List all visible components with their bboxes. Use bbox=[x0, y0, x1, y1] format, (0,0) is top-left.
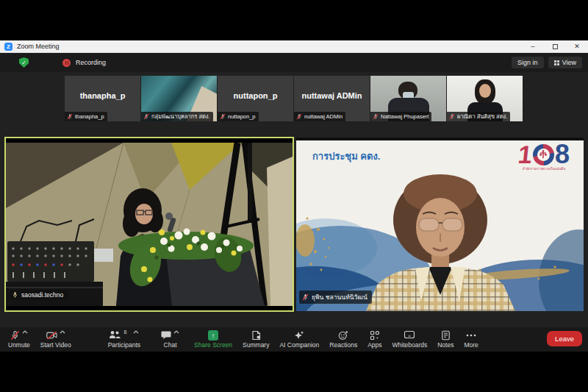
mic-muted-icon bbox=[143, 113, 149, 120]
thumbnail-hr-group[interactable]: กลุ่มพัฒนาบุคลากร สตง. bbox=[141, 76, 217, 121]
camera-off-icon bbox=[46, 330, 57, 341]
minimize-button[interactable]: – bbox=[522, 40, 544, 52]
thumbnail-nuttapon[interactable]: nuttapon_p nuttapon_p bbox=[218, 76, 293, 121]
name-tag: ผาณิดา สันติสุข สตง. bbox=[447, 112, 510, 121]
name-tag: nuttapon_p bbox=[218, 112, 259, 121]
participant-name-text: thanapha_p bbox=[65, 76, 140, 115]
chat-button[interactable]: Chat bbox=[156, 327, 184, 352]
meeting-header: ✓ Recording Sign in View bbox=[0, 53, 588, 72]
mic-muted-icon bbox=[373, 113, 379, 120]
start-video-button[interactable]: Start Video bbox=[35, 327, 76, 352]
restore-icon bbox=[553, 44, 558, 49]
name-tag-label: ยุพิน ชลานนท์นิวัฒน์ bbox=[312, 292, 368, 302]
participants-label: Participants bbox=[108, 341, 140, 349]
main-video-speaker-podium[interactable]: saosadi.techno bbox=[4, 137, 294, 312]
thumbnail-nuttawaj-admin[interactable]: nuttawaj ADMin nuttawaj ADMin bbox=[294, 76, 370, 121]
thumbnail-thanapha[interactable]: thanapha_p thanapha_p bbox=[65, 76, 140, 121]
window-controls: – ✕ bbox=[522, 40, 588, 52]
participant-name-text: nuttawaj ADMin bbox=[294, 76, 370, 115]
participants-count-badge: 8 bbox=[123, 329, 126, 335]
logo-digit-0-emblem bbox=[533, 144, 554, 165]
mic-active-icon bbox=[12, 291, 18, 299]
ai-companion-label: AI Companion bbox=[279, 341, 319, 349]
chat-bubble-icon bbox=[161, 330, 171, 340]
reactions-button[interactable]: Reactions bbox=[324, 327, 362, 352]
mic-muted-icon bbox=[302, 293, 309, 301]
summary-button[interactable]: Summary bbox=[237, 327, 274, 352]
zoom-window: Z Zoom Meeting – ✕ ✓ Recording Sign in V… bbox=[0, 40, 588, 352]
ai-companion-button[interactable]: AI Companion bbox=[274, 327, 324, 352]
chevron-up-icon[interactable] bbox=[22, 330, 28, 334]
share-screen-icon: ↑ bbox=[208, 330, 218, 341]
sign-in-button[interactable]: Sign in bbox=[512, 57, 544, 68]
leave-button[interactable]: Leave bbox=[547, 331, 582, 346]
summary-label: Summary bbox=[243, 341, 269, 349]
anniversary-108-logo: 1 8 สำนักงานการตรวจเงินแผ่นดิน bbox=[512, 143, 576, 171]
zoom-app-icon: Z bbox=[4, 43, 12, 51]
share-screen-label: Share Screen bbox=[194, 341, 232, 349]
mic-muted-icon bbox=[220, 113, 226, 120]
person-face bbox=[479, 84, 491, 98]
name-tag-label: nuttawaj ADMin bbox=[304, 113, 343, 121]
chevron-up-icon[interactable] bbox=[173, 330, 179, 334]
share-screen-button[interactable]: ↑ Share Screen bbox=[189, 327, 237, 352]
ai-sparkle-icon bbox=[294, 330, 304, 341]
video-top-edge bbox=[296, 138, 584, 140]
view-label: View bbox=[562, 59, 576, 66]
name-tag-label: nuttapon_p bbox=[228, 113, 256, 121]
logo-digit-8: 8 bbox=[555, 143, 570, 165]
name-tag: saosadi.techno bbox=[9, 290, 68, 300]
whiteboards-button[interactable]: Whiteboards bbox=[387, 327, 433, 352]
participant-name-text: nuttapon_p bbox=[218, 76, 293, 115]
notes-label: Notes bbox=[437, 341, 453, 349]
meeting-toolbar: Unmute Start Video 8 Participants Chat bbox=[0, 327, 588, 352]
view-button[interactable]: View bbox=[548, 57, 582, 68]
apps-icon bbox=[370, 330, 380, 341]
mic-muted-icon bbox=[296, 113, 302, 120]
name-tag-label: thanapha_p bbox=[75, 113, 104, 121]
mic-muted-icon bbox=[67, 113, 73, 120]
name-tag: Nattawaj Phupasert bbox=[370, 112, 431, 121]
more-button[interactable]: More bbox=[459, 327, 483, 352]
grid-view-icon bbox=[554, 60, 559, 65]
mic-muted-icon bbox=[10, 330, 20, 341]
reactions-label: Reactions bbox=[329, 341, 357, 349]
thumbnail-nattawaj[interactable]: Nattawaj Phupasert bbox=[370, 76, 446, 121]
name-tag-label: ผาณิดา สันติสุข สตง. bbox=[457, 113, 507, 121]
name-tag: กลุ่มพัฒนาบุคลากร สตง. bbox=[141, 112, 213, 121]
notes-button[interactable]: Notes bbox=[432, 327, 459, 352]
summary-doc-icon bbox=[251, 330, 261, 341]
name-tag-label: saosadi.techno bbox=[21, 291, 63, 299]
meeting-overlay-title: การประชุม คตง. bbox=[312, 149, 380, 164]
maximize-button[interactable] bbox=[544, 40, 566, 52]
logo-digit-1: 1 bbox=[517, 143, 533, 165]
chevron-up-icon[interactable] bbox=[133, 330, 139, 334]
thumbnail-manida[interactable]: ผาณิดา สันติสุข สตง. bbox=[447, 76, 523, 121]
unmute-label: Unmute bbox=[8, 341, 30, 349]
mic-muted-icon bbox=[449, 113, 455, 120]
more-label: More bbox=[464, 341, 478, 349]
reactions-smiley-icon bbox=[338, 330, 348, 341]
main-video-yupin[interactable]: การประชุม คตง. 1 8 bbox=[296, 138, 584, 311]
security-shield-icon[interactable]: ✓ bbox=[19, 57, 29, 68]
apps-button[interactable]: Apps bbox=[362, 327, 387, 352]
participants-button[interactable]: 8 Participants bbox=[103, 327, 146, 352]
name-tag: ยุพิน ชลานนท์นิวัฒน์ bbox=[299, 291, 372, 304]
close-button[interactable]: ✕ bbox=[566, 40, 588, 52]
state-audit-emblem-icon bbox=[539, 150, 547, 159]
recording-label: Recording bbox=[76, 59, 106, 66]
apps-label: Apps bbox=[368, 341, 381, 349]
name-tag: nuttawaj ADMin bbox=[294, 112, 345, 121]
name-tag: thanapha_p bbox=[65, 112, 107, 121]
unmute-button[interactable]: Unmute bbox=[3, 327, 35, 352]
podium-video-scene bbox=[6, 138, 293, 310]
more-ellipsis-icon bbox=[465, 330, 477, 341]
start-video-label: Start Video bbox=[40, 341, 71, 349]
participant-thumbnail-strip: thanapha_p thanapha_p กลุ่มพัฒนาบุคลากร … bbox=[65, 76, 523, 121]
whiteboard-icon bbox=[404, 330, 415, 340]
title-bar: Z Zoom Meeting – ✕ bbox=[0, 40, 588, 53]
chevron-up-icon[interactable] bbox=[60, 330, 65, 334]
window-title: Zoom Meeting bbox=[17, 43, 60, 50]
notes-icon bbox=[441, 330, 451, 341]
recording-icon[interactable] bbox=[62, 59, 71, 67]
